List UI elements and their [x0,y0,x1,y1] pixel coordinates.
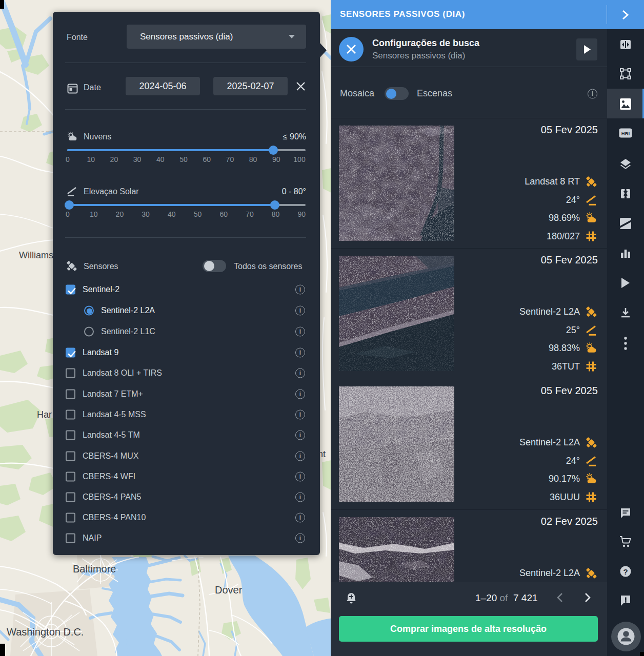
svg-text:Baltimore: Baltimore [73,563,116,575]
svg-text:HRI: HRI [621,131,630,136]
svg-text:Dover: Dover [215,584,243,596]
svg-text:Williams: Williams [19,250,53,260]
svg-text:?: ? [623,567,628,576]
svg-text:Har: Har [37,409,52,420]
svg-text:Washington D.C.: Washington D.C. [7,626,84,638]
